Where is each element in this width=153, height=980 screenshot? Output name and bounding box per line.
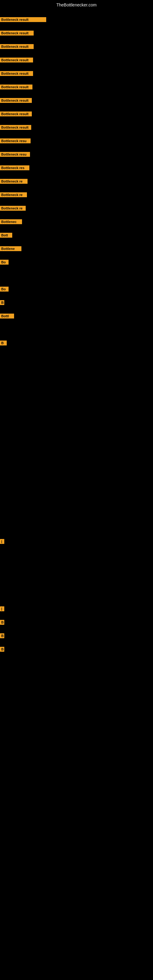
bottleneck-result-item: Bottleneck result: [0, 111, 32, 116]
bottleneck-result-item: Bottleneck resu: [0, 138, 30, 143]
bottleneck-result-item: Bottleneck re: [0, 192, 27, 197]
bottleneck-result-item: Bottleneck result: [0, 17, 46, 22]
bottleneck-result-item: B: [0, 340, 7, 345]
bottleneck-result-item: Bottleneck result: [0, 71, 33, 76]
bottleneck-result-item: |: [0, 606, 4, 611]
bottleneck-result-item: Bottleneck result: [0, 98, 32, 103]
bottleneck-result-item: Bottleneck resu: [0, 152, 30, 157]
bottleneck-result-item: Bottleneck re: [0, 179, 27, 184]
bottleneck-result-item: Bottleneck res: [0, 165, 29, 170]
bottleneck-result-item: B: [0, 300, 4, 305]
bottleneck-result-item: B: [0, 633, 4, 638]
bottleneck-result-item: Bottleneck result: [0, 30, 33, 35]
bottleneck-result-item: Bottleneck result: [0, 57, 33, 62]
bottleneck-result-item: Bott: [0, 233, 12, 238]
bottleneck-result-item: Bottlene: [0, 246, 21, 251]
bottleneck-result-item: Bottlenec: [0, 219, 22, 224]
bottleneck-result-item: Bottleneck re: [0, 206, 26, 211]
site-title: TheBottlenecker.com: [0, 0, 153, 9]
bottleneck-result-item: Bottleneck result: [0, 84, 32, 89]
bottleneck-result-item: Bo: [0, 260, 9, 265]
bottleneck-result-item: |: [0, 539, 4, 544]
bottleneck-result-item: Bottleneck result: [0, 125, 31, 130]
bottleneck-result-item: Bottleneck result: [0, 44, 33, 49]
bottleneck-result-item: Bottl: [0, 313, 14, 318]
bottleneck-result-item: Bo: [0, 286, 9, 291]
bottleneck-result-item: B: [0, 620, 4, 625]
bottleneck-result-item: B: [0, 647, 4, 652]
